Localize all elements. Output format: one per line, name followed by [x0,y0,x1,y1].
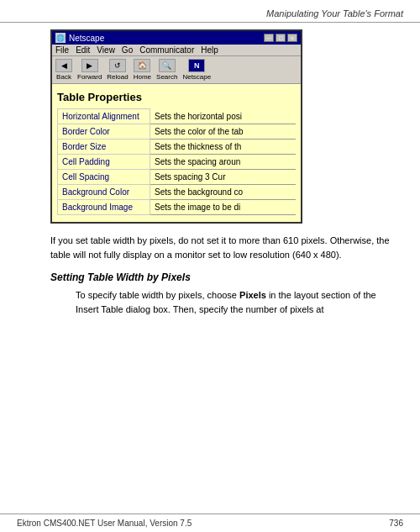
home-label: Home [134,73,151,81]
body-paragraph-1: If you set table width by pixels, do not… [50,234,395,261]
paragraph2-bold: Pixels [239,290,266,300]
table-row: Cell Padding Sets the spacing aroun [58,155,297,170]
search-label: Search [156,73,177,81]
table-properties-title: Table Properties [57,91,296,103]
netscape-label: Netscape [182,73,211,81]
reload-label: Reload [107,73,128,81]
maximize-button[interactable]: □ [276,34,286,42]
section-heading-table-width: Setting Table Width by Pixels [50,271,395,283]
reload-icon: ↺ [109,59,126,72]
home-button[interactable]: 🏠 Home [134,59,151,81]
prop-desc-background-color: Sets the background co [150,185,297,200]
prop-desc-background-image: Sets the image to be di [150,200,297,215]
prop-desc-horizontal-alignment: Sets the horizontal posi [150,109,297,124]
header-title: Manipulating Your Table's Format [266,8,403,18]
netscape-button[interactable]: N Netscape [182,59,211,81]
back-label: Back [56,73,71,81]
table-row: Cell Spacing Sets spacing 3 Cur [58,170,297,185]
properties-table: Horizontal Alignment Sets the horizontal… [57,108,296,215]
browser-titlebar-controls[interactable]: ─ □ × [264,34,297,42]
browser-content: Table Properties Horizontal Alignment Se… [52,84,301,222]
body-paragraph-2: To specify table width by pixels, choose… [50,288,395,316]
browser-menubar: File Edit View Go Communicator Help [52,45,301,56]
prop-desc-border-color: Sets the color of the tab [150,124,297,140]
browser-title: Netscape [69,34,104,43]
menu-file[interactable]: File [55,45,69,55]
prop-name-horizontal-alignment: Horizontal Alignment [58,109,150,124]
forward-button[interactable]: ▶ Forward [77,59,102,81]
menu-help[interactable]: Help [201,45,218,55]
forward-icon: ▶ [81,59,98,72]
menu-go[interactable]: Go [122,45,133,55]
main-content: 🌐 Netscape ─ □ × File Edit View Go Commu… [0,23,420,341]
footer-left: Ektron CMS400.NET User Manual, Version 7… [17,519,192,528]
prop-desc-cell-spacing: Sets spacing 3 Cur [150,170,297,185]
menu-communicator[interactable]: Communicator [139,45,194,55]
menu-edit[interactable]: Edit [76,45,90,55]
home-icon: 🏠 [134,59,150,72]
netscape-icon: 🌐 [55,33,66,43]
search-icon: 🔍 [159,59,176,72]
browser-titlebar: 🌐 Netscape ─ □ × [52,31,301,45]
table-row: Border Size Sets the thickness of th [58,140,297,155]
reload-button[interactable]: ↺ Reload [107,59,128,81]
table-row: Background Image Sets the image to be di [58,200,297,215]
prop-name-border-size: Border Size [58,140,150,155]
prop-name-background-image: Background Image [58,200,150,215]
prop-name-cell-padding: Cell Padding [58,155,150,170]
search-button[interactable]: 🔍 Search [156,59,177,81]
prop-name-background-color: Background Color [58,185,150,200]
browser-toolbar: ◀ Back ▶ Forward ↺ Reload 🏠 Home 🔍 Searc… [52,56,301,84]
browser-titlebar-left: 🌐 Netscape [55,33,104,43]
prop-name-border-color: Border Color [58,124,150,140]
prop-desc-border-size: Sets the thickness of th [150,140,297,155]
table-row: Background Color Sets the background co [58,185,297,200]
paragraph2-start: To specify table width by pixels, choose [76,290,239,300]
forward-label: Forward [77,73,102,81]
page-header: Manipulating Your Table's Format [0,0,420,23]
prop-name-cell-spacing: Cell Spacing [58,170,150,185]
table-row: Border Color Sets the color of the tab [58,124,297,140]
close-button[interactable]: × [287,34,297,42]
menu-view[interactable]: View [97,45,115,55]
back-icon: ◀ [55,59,72,72]
back-button[interactable]: ◀ Back [55,59,72,81]
page-footer: Ektron CMS400.NET User Manual, Version 7… [0,514,420,532]
footer-right: 736 [389,519,403,528]
prop-desc-cell-padding: Sets the spacing aroun [150,155,297,170]
minimize-button[interactable]: ─ [264,34,274,42]
browser-window: 🌐 Netscape ─ □ × File Edit View Go Commu… [50,29,302,224]
netscape-icon: N [188,59,205,72]
table-row: Horizontal Alignment Sets the horizontal… [58,109,297,124]
